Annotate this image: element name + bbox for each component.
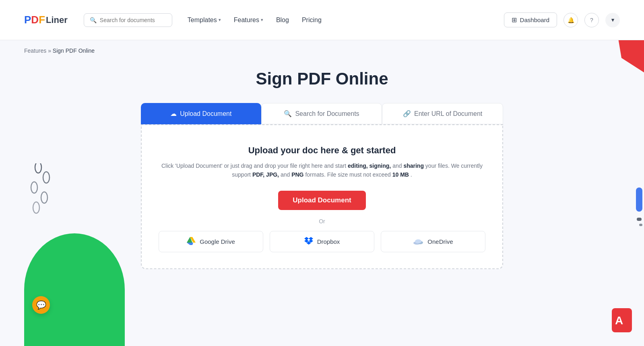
navbar: PDFLiner 🔍 Templates ▾ Features ▾ Blog P… — [0, 0, 644, 40]
nav-features[interactable]: Features ▾ — [228, 13, 269, 27]
tab-container: ☁ Upload Document 🔍 Search for Documents… — [141, 103, 503, 269]
logo[interactable]: PDFLiner — [24, 14, 68, 26]
tabs: ☁ Upload Document 🔍 Search for Documents… — [141, 103, 503, 124]
onedrive-button[interactable]: OneDrive — [381, 231, 485, 252]
search-input[interactable] — [100, 17, 166, 23]
upload-area-description: Click 'Upload Document' or just drag and… — [158, 161, 486, 179]
nav-templates[interactable]: Templates ▾ — [182, 13, 227, 27]
dashboard-icon: ⊞ — [512, 16, 517, 24]
nav-blog[interactable]: Blog — [270, 13, 295, 27]
upload-area-title: Upload your doc here & get started — [158, 145, 486, 156]
chat-icon: 💬 — [36, 300, 46, 310]
chevron-down-icon: ▾ — [611, 17, 614, 23]
help-button[interactable]: ? — [584, 13, 599, 27]
search-icon: 🔍 — [90, 17, 97, 23]
nav-links: Templates ▾ Features ▾ Blog Pricing — [182, 13, 494, 27]
dropbox-icon — [304, 237, 313, 246]
cloud-options: Google Drive Dropbox — [158, 231, 486, 252]
question-icon: ? — [590, 17, 593, 23]
svg-rect-16 — [612, 308, 632, 332]
tab-search[interactable]: 🔍 Search for Documents — [261, 103, 382, 124]
svg-marker-20 — [187, 243, 193, 245]
google-drive-button[interactable]: Google Drive — [159, 231, 263, 252]
breadcrumb-parent[interactable]: Features — [24, 47, 46, 54]
svg-point-28 — [415, 239, 421, 243]
tab-url[interactable]: 🔗 Enter URL of Document — [382, 103, 503, 124]
nav-right: ⊞ Dashboard 🔔 ? ▾ — [504, 12, 620, 27]
chevron-down-icon: ▾ — [261, 17, 263, 23]
search-box[interactable]: 🔍 — [84, 13, 172, 27]
upload-icon: ☁ — [170, 110, 177, 117]
bell-icon: 🔔 — [568, 17, 574, 23]
svg-text:A: A — [615, 314, 623, 327]
search-tab-icon: 🔍 — [284, 110, 292, 117]
dropbox-button[interactable]: Dropbox — [270, 231, 374, 252]
onedrive-icon — [413, 237, 423, 246]
chat-widget[interactable]: 💬 — [32, 296, 50, 314]
link-icon: 🔗 — [403, 110, 411, 117]
notification-button[interactable]: 🔔 — [564, 13, 578, 27]
avatar-button[interactable]: ▾ — [605, 13, 620, 27]
upload-document-button[interactable]: Upload Document — [278, 191, 365, 210]
main-content: Sign PDF Online ☁ Upload Document 🔍 Sear… — [0, 61, 644, 285]
nav-pricing[interactable]: Pricing — [296, 13, 327, 27]
page-title: Sign PDF Online — [256, 69, 388, 89]
breadcrumb: Features » Sign PDF Online — [0, 40, 644, 61]
dashboard-button[interactable]: ⊞ Dashboard — [504, 12, 557, 27]
upload-area: Upload your doc here & get started Click… — [141, 124, 503, 269]
breadcrumb-separator: » — [48, 47, 51, 54]
or-text: Or — [158, 218, 486, 224]
breadcrumb-current: Sign PDF Online — [53, 47, 95, 54]
chevron-down-icon: ▾ — [219, 17, 221, 23]
tab-upload[interactable]: ☁ Upload Document — [141, 103, 261, 124]
google-drive-icon — [187, 237, 196, 246]
